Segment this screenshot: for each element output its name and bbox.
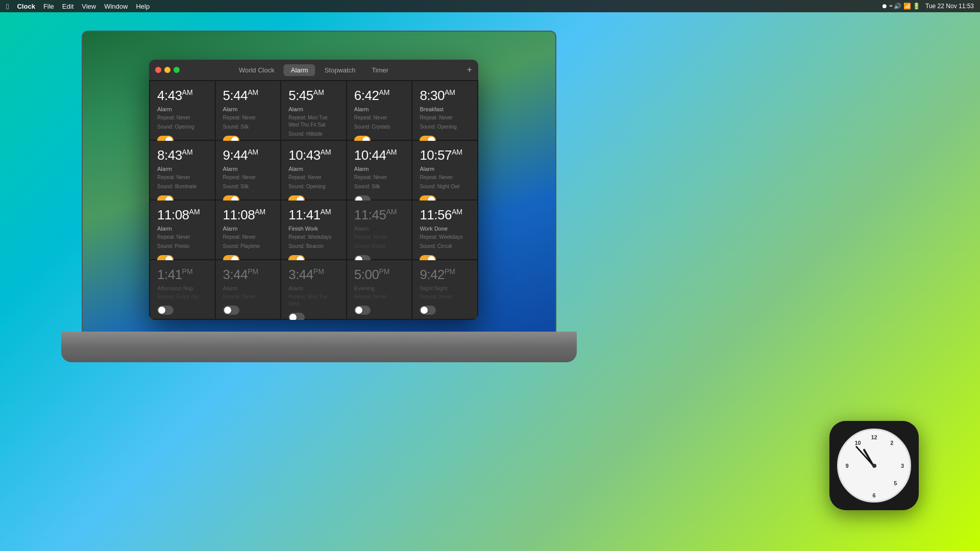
alarm-time: 11:45AM [354,208,405,222]
apple-menu[interactable]:  [6,2,9,11]
close-button[interactable] [155,67,161,73]
alarm-card[interactable]: 1:41PM Afternoon Nap Repeat: Every day [150,260,215,319]
alarm-time: 10:44AM [354,148,405,163]
alarm-card[interactable]: 11:41AM Finish Work Repeat: Weekdays Sou… [281,201,346,259]
alarm-label: Evening [354,285,405,291]
alarm-repeat: Repeat: Every day [157,293,208,300]
alarm-time: 9:44AM [223,148,274,163]
maximize-button[interactable] [174,67,180,73]
clock-center [872,464,876,468]
tab-stopwatch[interactable]: Stopwatch [317,64,363,76]
alarm-card[interactable]: 3:44PM Alarm Repeat: Never [216,260,281,319]
toggle-row [288,313,339,320]
alarm-toggle[interactable] [157,306,174,315]
alarm-repeat: Repeat: Never [223,234,274,241]
alarm-card[interactable]: 5:45AM Alarm Repeat: Mon Tue Wed Thu Fri… [281,81,346,140]
menubar-right: ⏺ ▭ 🔊 📶 🔋 Tue 22 Nov 11:53 [881,3,974,10]
tab-alarm[interactable]: Alarm [284,64,315,76]
alarm-time: 11:08AM [223,208,274,222]
alarm-sound: Sound: Opening [288,183,339,190]
alarm-toggle[interactable] [354,306,371,315]
alarm-card[interactable]: 9:44AM Alarm Repeat: Never Sound: Silk [216,141,281,199]
app-name[interactable]: Clock [17,3,35,10]
alarm-time: 10:57AM [420,148,470,163]
toggle-knob [158,307,165,314]
alarm-card[interactable]: 10:44AM Alarm Repeat: Never Sound: Silk [347,141,412,199]
alarm-label: Alarm [354,166,405,172]
alarm-repeat: Repeat: Never [420,174,470,181]
menu-view[interactable]: View [82,3,96,10]
alarm-sound: Sound: Presto [157,243,208,250]
alarm-card[interactable]: 11:08AM Alarm Repeat: Never Sound: Playt… [216,201,281,259]
alarm-time: 3:44PM [288,267,339,282]
alarm-card[interactable]: 10:43AM Alarm Repeat: Never Sound: Openi… [281,141,346,199]
tab-world-clock[interactable]: World Clock [232,64,282,76]
alarm-sound: Sound: Playtime [223,243,274,250]
alarm-card[interactable]: 11:56AM Work Done Repeat: Weekdays Sound… [412,201,477,259]
alarm-card[interactable]: 3:44PM Alarm Repeat: Mon Tue Wed [281,260,346,319]
alarm-repeat: Repeat: Never [223,174,274,181]
menu-datetime: Tue 22 Nov 11:53 [925,3,974,10]
alarm-time: 8:43AM [157,148,208,163]
minimize-button[interactable] [164,67,170,73]
alarm-toggle[interactable] [223,306,239,315]
menu-file[interactable]: File [43,3,54,10]
alarm-time: 4:43AM [157,88,208,103]
alarm-card[interactable]: 5:00PM Evening Repeat: Never [347,260,412,319]
menu-window[interactable]: Window [104,3,128,10]
alarm-label: Alarm [157,106,208,112]
toggle-row [157,306,208,317]
clock-face: 12 3 6 9 2 10 5 [837,429,911,503]
add-alarm-button[interactable]: + [467,65,472,74]
menu-edit[interactable]: Edit [62,3,74,10]
alarm-label: Breakfast [420,106,470,112]
clock-num-5: 5 [894,480,897,486]
laptop-container: World Clock Alarm Stopwatch Timer + 4:43… [82,31,607,388]
alarm-repeat: Repeat: Never [223,293,274,300]
alarm-card[interactable]: 8:30AM Breakfast Repeat: Never Sound: Op… [412,81,477,140]
alarm-sound: Sound: Silk [223,123,274,131]
alarm-label: Alarm [223,106,274,112]
alarm-card[interactable]: 6:42AM Alarm Repeat: Never Sound: Crysta… [347,81,412,140]
menu-help[interactable]: Help [136,3,150,10]
clock-num-9: 9 [846,463,849,469]
alarm-sound: Sound: Silk [354,183,405,190]
alarm-label: Work Done [420,226,470,232]
alarm-time: 11:41AM [288,208,339,222]
alarm-time: 3:44PM [223,267,274,282]
alarm-card[interactable]: 10:57AM Alarm Repeat: Never Sound: Night… [412,141,477,199]
traffic-lights [155,67,180,73]
alarm-sound: Sound: Beacon [288,243,339,250]
toggle-row [354,306,405,317]
alarm-card[interactable]: 11:45AM Alarm Repeat: Never Sound: Radar [347,201,412,259]
alarm-repeat: Repeat: Never [420,293,470,300]
alarm-time: 11:56AM [420,208,470,222]
laptop-base [61,332,577,362]
clock-num-3: 3 [901,463,904,469]
clock-widget: 12 3 6 9 2 10 5 [829,421,919,510]
alarm-label: Alarm [157,226,208,232]
alarm-card[interactable]: 4:43AM Alarm Repeat: Never Sound: Openin… [150,81,215,140]
alarm-sound: Sound: Silk [223,183,274,190]
alarm-toggle[interactable] [420,306,436,315]
alarm-toggle[interactable] [288,313,305,320]
alarm-label: Afternoon Nap [157,285,208,291]
alarm-repeat: Repeat: Never [354,293,405,300]
tab-timer[interactable]: Timer [364,64,396,76]
menubar:  Clock File Edit View Window Help ⏺ ▭ 🔊… [0,0,980,12]
alarm-sound: Sound: Radar [354,243,405,250]
alarm-label: Alarm [420,166,470,172]
alarm-card[interactable]: 9:42PM Night Night Repeat: Never [412,260,477,319]
alarm-card[interactable]: 5:44AM Alarm Repeat: Never Sound: Silk [216,81,281,140]
alarm-repeat: Repeat: Never [420,114,470,121]
clock-num-2: 2 [890,440,893,446]
alarm-time: 1:41PM [157,267,208,282]
alarm-repeat: Repeat: Never [157,234,208,241]
toggle-row [223,306,274,317]
window-tabs: World Clock Alarm Stopwatch Timer [232,64,396,76]
laptop-screen: World Clock Alarm Stopwatch Timer + 4:43… [82,31,556,337]
clock-num-10: 10 [854,440,861,446]
alarm-card[interactable]: 11:08AM Alarm Repeat: Never Sound: Prest… [150,201,215,259]
alarm-sound: Sound: Opening [420,123,470,131]
alarm-card[interactable]: 8:43AM Alarm Repeat: Never Sound: Illumi… [150,141,215,199]
